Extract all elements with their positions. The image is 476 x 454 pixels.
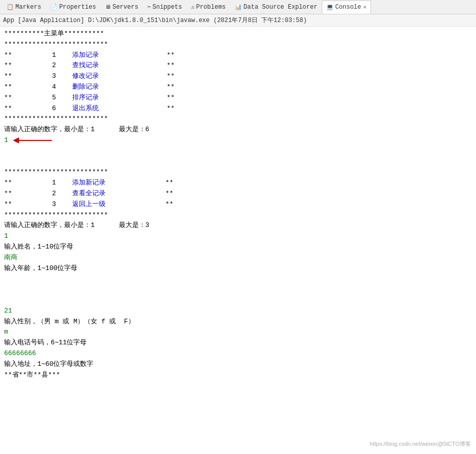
tab-problems[interactable]: ⚠ Problems [187,1,230,14]
tab-properties-label: Properties [59,4,96,11]
title-bar: App [Java Application] D:\JDK\jdk1.8.0_1… [0,14,476,27]
tab-markers[interactable]: 📋 Markers [2,1,46,14]
line-22: 21 [4,306,472,317]
line-15: ** 3 返回上一级 ** [4,199,472,210]
console-content: **********主菜单********** ****************… [4,29,472,380]
line-24: m [4,327,472,338]
tab-markers-label: Markers [15,4,41,11]
line-18: 1 [4,231,472,242]
line-1: **********主菜单********** [4,29,472,39]
snippets-icon: ✂ [148,4,151,10]
tab-console-label: Console [335,4,361,11]
tab-data-source-explorer[interactable]: 📊 Data Source Explorer [230,1,322,14]
line-16: ************************** [4,210,472,221]
line-2: ************************** [4,39,472,50]
close-icon[interactable]: ✕ [363,4,367,10]
line-6: ** 4 删除记录 ** [4,82,472,93]
line-27: 输入地址，1~60位字母或数字 [4,359,472,370]
line-20: 南商 [4,253,472,263]
markers-icon: 📋 [7,4,14,10]
tab-snippets[interactable]: ✂ Snippets [143,1,187,14]
line-28: **省**市**县*** [4,370,472,381]
tab-snippets-label: Snippets [152,4,182,11]
line-13: ** 1 添加新记录 ** [4,178,472,189]
tab-bar: 📋 Markers 📄 Properties 🖥 Servers ✂ Snipp… [0,0,476,14]
line-19: 输入姓名，1~10位字母 [4,242,472,253]
line-9: ************************** [4,114,472,125]
line-12: ************************** [4,167,472,178]
console-icon: 💻 [326,4,334,10]
console-area: **********主菜单********** ****************… [0,27,476,454]
tab-data-source-label: Data Source Explorer [243,4,317,11]
line-17: 请输入正确的数字，最小是：1 最大是：3 [4,220,472,231]
line-23: 输入性别，（男 m 或 M）（女 f 或 F） [4,317,472,327]
line-11: 1 [4,135,472,167]
tab-servers-label: Servers [112,4,138,11]
line-26: 66666666 [4,348,472,359]
line-7: ** 5 排序记录 ** [4,93,472,104]
line-8: ** 6 退出系统 ** [4,104,472,114]
servers-icon: 🖥 [105,4,111,10]
watermark: https://blog.csdn.net/weixin@5tCTO博客 [370,440,471,449]
tab-console[interactable]: 💻 Console ✕ [322,1,371,14]
line-4: ** 2 查找记录 ** [4,60,472,71]
line-3: ** 1 添加记录 ** [4,50,472,61]
title-text: App [Java Application] D:\JDK\jdk1.8.0_1… [3,16,307,25]
line-25: 输入电话号码，6~11位字母 [4,338,472,348]
line-21: 输入年龄，1~100位字母 输入信息 [4,263,472,306]
line-5: ** 3 修改记录 ** [4,71,472,82]
tab-problems-label: Problems [196,4,226,11]
data-source-icon: 📊 [235,4,242,10]
tab-properties[interactable]: 📄 Properties [46,1,100,14]
properties-icon: 📄 [50,4,57,10]
problems-icon: ⚠ [191,4,195,10]
tab-servers[interactable]: 🖥 Servers [100,1,142,14]
line-10: 请输入正确的数字，最小是：1 最大是：6 [4,125,472,135]
line-14: ** 2 查看全记录 ** [4,189,472,199]
